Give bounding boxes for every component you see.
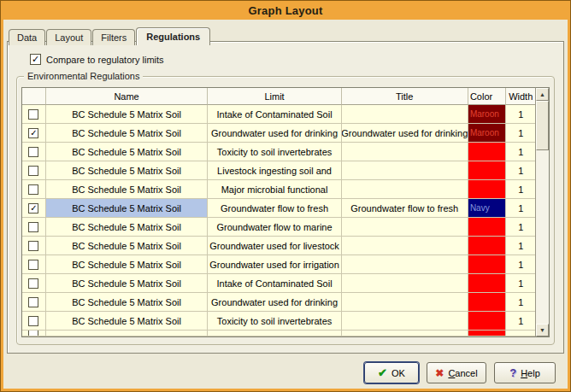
row-select-cell[interactable] [22, 105, 46, 124]
cell-title[interactable] [342, 180, 468, 199]
row-select-cell[interactable] [22, 143, 46, 161]
cell-color[interactable]: Maroon [468, 124, 507, 143]
cell-color[interactable]: Red [468, 274, 507, 293]
color-name-label: Red [470, 278, 486, 288]
cell-name[interactable]: BC Schedule 5 Matrix Soil [46, 312, 209, 331]
row-checkbox[interactable] [28, 166, 38, 176]
cell-title[interactable] [342, 274, 468, 293]
cell-limit[interactable]: Groundwater used for drinking [208, 124, 341, 143]
row-checkbox[interactable] [28, 184, 38, 195]
cell-name[interactable]: BC Schedule 5 Matrix Soil [46, 255, 209, 274]
cell-limit[interactable]: Toxicity to soil invertebrates [208, 143, 341, 161]
cell-title[interactable]: Groundwater used for drinking [342, 124, 468, 143]
cell-title[interactable] [342, 312, 468, 331]
tab-data[interactable]: Data [9, 29, 45, 45]
row-checkbox[interactable] [28, 109, 38, 120]
cell-title[interactable] [342, 237, 468, 255]
cell-width[interactable]: 1 [506, 180, 535, 199]
row-checkbox[interactable] [28, 316, 38, 326]
table-body: BC Schedule 5 Matrix SoilIntake of Conta… [22, 105, 535, 336]
cell-color[interactable]: Red [468, 312, 507, 331]
cell-width[interactable]: 1 [506, 255, 535, 274]
cell-color[interactable]: Red [468, 237, 507, 255]
row-select-cell[interactable] [22, 237, 46, 255]
cell-title[interactable]: Groundwater flow to fresh [342, 199, 468, 218]
cell-title[interactable] [342, 143, 468, 161]
cell-title[interactable] [342, 105, 468, 124]
ok-button[interactable]: ✔ OK [364, 362, 419, 383]
cell-name[interactable]: BC Schedule 5 Matrix Soil [46, 218, 209, 237]
cell-title[interactable] [342, 293, 468, 312]
tab-filters[interactable]: Filters [92, 29, 135, 45]
tab-layout[interactable]: Layout [46, 29, 91, 45]
cell-name[interactable]: BC Schedule 5 Matrix Soil [46, 124, 209, 143]
cell-limit[interactable]: Intake of Contaminated Soil [208, 105, 341, 124]
cell-name[interactable]: BC Schedule 5 Matrix Soil [46, 180, 209, 199]
header-width: Width [506, 88, 535, 105]
cell-width[interactable]: 1 [506, 312, 535, 331]
row-select-cell[interactable] [22, 255, 46, 274]
cell-color[interactable]: Red [468, 218, 507, 237]
cell-limit[interactable]: Groundwater used for irrigation [208, 255, 341, 274]
cell-limit[interactable]: Groundwater flow to fresh [208, 199, 341, 218]
cell-width[interactable]: 1 [506, 161, 535, 180]
cell-color[interactable]: Red [468, 255, 507, 274]
row-select-cell[interactable] [22, 161, 46, 180]
cell-limit[interactable]: Toxicity to soil invertebrates [208, 312, 341, 331]
row-select-cell[interactable]: ✓ [22, 124, 46, 143]
row-checkbox[interactable] [28, 260, 38, 270]
cell-color[interactable]: Navy [468, 199, 507, 218]
row-checkbox[interactable] [28, 241, 38, 251]
cell-limit[interactable]: Major microbial functional [208, 180, 341, 199]
cell-color[interactable]: Maroon [468, 105, 507, 124]
cell-width[interactable]: 1 [506, 124, 535, 143]
scroll-down-button[interactable]: ▼ [536, 324, 549, 336]
cell-color[interactable]: Red [468, 293, 507, 312]
cell-width[interactable]: 1 [506, 105, 535, 124]
row-select-cell[interactable] [22, 180, 46, 199]
cell-name[interactable]: BC Schedule 5 Matrix Soil [46, 274, 209, 293]
cell-width[interactable]: 1 [506, 274, 535, 293]
cell-limit[interactable]: Groundwater used for livestock [208, 237, 341, 255]
cell-limit[interactable]: Groundwater used for drinking [208, 293, 341, 312]
cell-color[interactable]: Red [468, 143, 507, 161]
row-checkbox[interactable] [28, 278, 38, 289]
table-row: BC Schedule 5 Matrix SoilGroundwater use… [22, 237, 535, 255]
cell-title[interactable] [342, 255, 468, 274]
cell-name[interactable]: BC Schedule 5 Matrix Soil [46, 293, 209, 312]
scrollbar-thumb[interactable] [536, 101, 549, 150]
cell-title[interactable] [342, 161, 468, 180]
row-checkbox[interactable] [28, 147, 38, 157]
row-checkbox[interactable]: ✓ [28, 128, 38, 138]
cell-width[interactable]: 1 [506, 199, 535, 218]
cell-width[interactable]: 1 [506, 143, 535, 161]
row-select-cell[interactable] [22, 312, 46, 331]
cell-title[interactable] [342, 218, 468, 237]
row-checkbox[interactable] [28, 222, 38, 232]
cell-color[interactable]: Red [468, 161, 507, 180]
cell-width[interactable]: 1 [506, 218, 535, 237]
vertical-scrollbar[interactable]: ▲ ▼ [535, 87, 550, 337]
cell-name[interactable]: BC Schedule 5 Matrix Soil [46, 161, 209, 180]
cell-limit[interactable]: Intake of Contaminated Soil [208, 274, 341, 293]
cancel-button[interactable]: ✖ Cancel [427, 362, 486, 383]
help-button[interactable]: ? Help [494, 362, 556, 383]
cell-width[interactable]: 1 [506, 237, 535, 255]
row-checkbox[interactable]: ✓ [28, 203, 38, 214]
row-checkbox[interactable] [28, 297, 38, 307]
cell-name[interactable]: BC Schedule 5 Matrix Soil [46, 143, 209, 161]
row-select-cell[interactable] [22, 293, 46, 312]
cell-width[interactable]: 1 [506, 293, 535, 312]
cell-color[interactable]: Red [468, 180, 507, 199]
row-select-cell[interactable] [22, 218, 46, 237]
row-select-cell[interactable]: ✓ [22, 199, 46, 218]
cell-name[interactable]: BC Schedule 5 Matrix Soil [46, 105, 209, 124]
cell-limit[interactable]: Livestock ingesting soil and [208, 161, 341, 180]
row-select-cell[interactable] [22, 274, 46, 293]
compare-checkbox[interactable]: ✓ [30, 54, 41, 65]
scroll-up-button[interactable]: ▲ [536, 88, 549, 101]
cell-limit[interactable]: Groundwater flow to marine [208, 218, 341, 237]
tab-regulations[interactable]: Regulations [136, 27, 210, 45]
cell-name[interactable]: BC Schedule 5 Matrix Soil [46, 199, 209, 218]
cell-name[interactable]: BC Schedule 5 Matrix Soil [46, 237, 209, 255]
